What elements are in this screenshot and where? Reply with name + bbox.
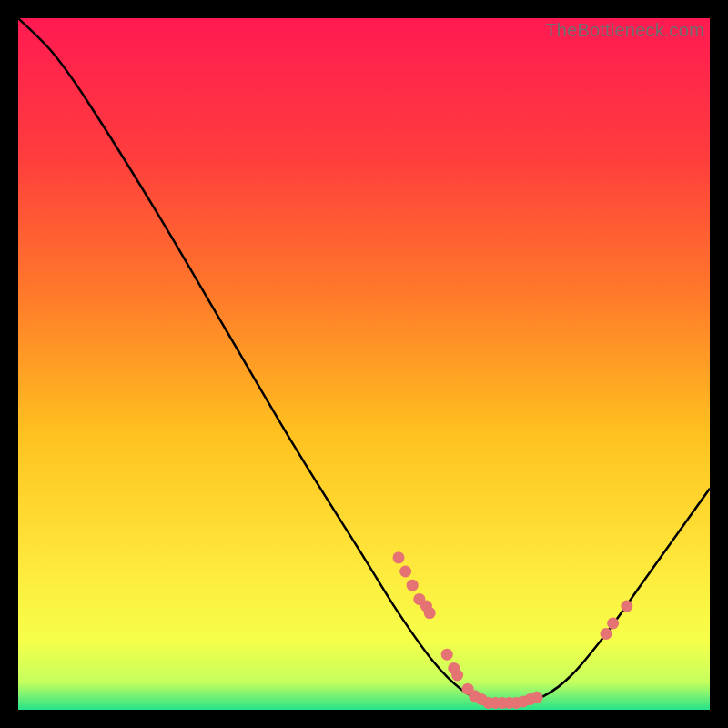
- plot-frame: TheBottleneck.com: [18, 18, 710, 710]
- data-marker: [601, 628, 612, 640]
- data-marker: [399, 566, 411, 578]
- data-marker: [424, 607, 436, 619]
- watermark-label: TheBottleneck.com: [545, 20, 704, 41]
- data-marker: [407, 580, 419, 592]
- gradient-background: [18, 18, 710, 710]
- data-marker: [393, 551, 405, 563]
- data-marker: [621, 601, 632, 612]
- bottleneck-chart: [18, 18, 710, 710]
- data-marker: [607, 618, 619, 630]
- data-marker: [451, 670, 463, 682]
- data-marker: [531, 692, 543, 703]
- data-marker: [441, 649, 453, 661]
